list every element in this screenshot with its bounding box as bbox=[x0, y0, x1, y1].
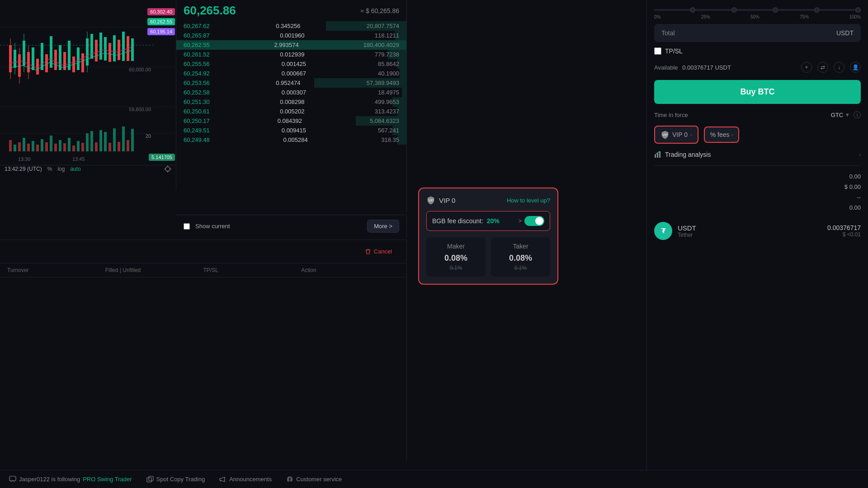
svg-rect-48 bbox=[23, 138, 25, 151]
table-row[interactable]: 60,253.56 0.952474 57,389.9493 bbox=[176, 78, 406, 88]
svg-rect-69 bbox=[118, 142, 120, 151]
available-icons: + ⇄ ↓ 👤 bbox=[801, 62, 861, 73]
svg-rect-64 bbox=[95, 142, 98, 151]
wallet-info: USDT Tether bbox=[678, 224, 827, 238]
svg-rect-85 bbox=[147, 478, 151, 482]
svg-rect-49 bbox=[27, 144, 30, 151]
table-row[interactable]: 60,254.92 0.000667 40.1900 bbox=[176, 69, 406, 78]
vip-popup-shield-icon: VIP bbox=[426, 196, 435, 205]
download-icon[interactable]: ↓ bbox=[834, 62, 844, 73]
table-row[interactable]: 60,249.48 0.005284 318.35 bbox=[176, 135, 406, 145]
table-row[interactable]: 60,251.30 0.008298 499.9653 bbox=[176, 97, 406, 107]
svg-rect-82 bbox=[659, 151, 660, 158]
customer-service-item[interactable]: Customer service bbox=[286, 476, 342, 483]
pro-trader-link[interactable]: PRO Swing Trader bbox=[83, 476, 132, 483]
taker-original: 0.1% bbox=[496, 265, 545, 271]
transfer-icon[interactable]: ⇄ bbox=[817, 62, 828, 73]
maker-original: 0.1% bbox=[432, 265, 480, 271]
plus-icon[interactable]: + bbox=[801, 62, 812, 73]
percent-control[interactable]: % bbox=[47, 166, 52, 172]
level-up-link[interactable]: How to level up? bbox=[507, 197, 550, 204]
progress-dot-25[interactable] bbox=[731, 7, 737, 13]
svg-rect-68 bbox=[113, 128, 116, 151]
bgb-toggle[interactable] bbox=[524, 216, 544, 226]
table-row[interactable]: 60,255.56 0.001425 85.8642 bbox=[176, 59, 406, 69]
svg-rect-56 bbox=[59, 140, 61, 151]
svg-rect-5 bbox=[9, 45, 12, 72]
vip-badge[interactable]: VIP VIP 0 › bbox=[654, 126, 698, 144]
table-row[interactable]: 60,249.51 0.009415 567.241 bbox=[176, 126, 406, 135]
progress-label-100: 100% bbox=[849, 14, 861, 19]
table-row[interactable]: 60,250.17 0.084392 5,084.6323 bbox=[176, 116, 406, 126]
more-button[interactable]: More > bbox=[367, 220, 399, 233]
vip-row: VIP VIP 0 › % fees › bbox=[654, 126, 861, 144]
show-current-checkbox[interactable] bbox=[184, 223, 190, 230]
svg-rect-44 bbox=[131, 38, 134, 61]
table-row[interactable]: 60,265.87 0.001960 118.1211 bbox=[176, 31, 406, 40]
svg-rect-62 bbox=[86, 133, 89, 151]
trash-icon bbox=[365, 249, 371, 255]
svg-rect-8 bbox=[14, 50, 16, 68]
show-current-label: Show current bbox=[195, 223, 230, 230]
buy-btc-button[interactable]: Buy BTC bbox=[654, 80, 861, 104]
trading-analysis-row[interactable]: Trading analysis › bbox=[654, 151, 861, 158]
log-control[interactable]: log bbox=[57, 166, 65, 172]
chat-icon bbox=[9, 476, 16, 483]
wallet-usd: $ <0.01 bbox=[827, 231, 861, 238]
chat-item[interactable]: Jasper0122 is following PRO Swing Trader bbox=[9, 476, 132, 483]
available-row: Available 0.00376717 USDT + ⇄ ↓ 👤 bbox=[654, 62, 861, 73]
svg-rect-35 bbox=[90, 34, 93, 59]
wallet-item[interactable]: ₮ USDT Tether 0.00376717 $ <0.01 bbox=[654, 216, 861, 245]
svg-rect-55 bbox=[54, 144, 57, 151]
svg-rect-60 bbox=[77, 141, 80, 151]
tpsl-checkbox[interactable] bbox=[654, 47, 661, 55]
table-row[interactable]: 60,250.61 0.005202 313.4237 bbox=[176, 107, 406, 116]
table-row[interactable]: 60,252.58 0.000307 18.4975 bbox=[176, 88, 406, 97]
svg-rect-61 bbox=[81, 143, 84, 151]
col-filled: Filled | Unfilled bbox=[105, 267, 203, 273]
svg-rect-39 bbox=[108, 43, 111, 62]
copy-trading-item[interactable]: Spot Copy Trading bbox=[146, 476, 205, 483]
tif-info-icon[interactable]: i bbox=[854, 111, 861, 118]
announcements-icon bbox=[219, 476, 226, 483]
svg-rect-86 bbox=[149, 476, 153, 481]
svg-rect-72 bbox=[131, 129, 134, 151]
available-label: Available 0.00376717 USDT bbox=[654, 64, 731, 71]
col-turnover: Turnover bbox=[7, 267, 105, 273]
col-tpsl: TP/SL bbox=[203, 267, 302, 273]
percent-fees-label: % fees bbox=[710, 131, 730, 138]
bgb-discount-row: BGB fee discount: 20% > bbox=[426, 211, 550, 231]
available-value: 0.00376717 USDT bbox=[682, 64, 731, 71]
table-row[interactable]: 60,261.52 0.012939 779.7238 bbox=[176, 50, 406, 59]
time-right: 13:45 bbox=[72, 156, 85, 162]
svg-rect-52 bbox=[41, 139, 43, 151]
user-icon[interactable]: 👤 bbox=[850, 62, 861, 73]
maker-col: Maker 0.08% 0.1% bbox=[426, 237, 486, 277]
progress-dot-100[interactable] bbox=[855, 7, 861, 13]
tif-value[interactable]: GTC ▼ bbox=[831, 112, 850, 118]
wallet-subname: Tether bbox=[678, 232, 827, 238]
progress-dot-75[interactable] bbox=[814, 7, 820, 13]
announcements-item[interactable]: Announcements bbox=[219, 476, 272, 483]
total-currency: USDT bbox=[836, 29, 854, 37]
maker-label: Maker bbox=[432, 243, 480, 250]
bgb-toggle-container: > bbox=[519, 216, 544, 226]
y-label-60000: 60,000.00 bbox=[129, 67, 151, 72]
bgb-arrow[interactable]: > bbox=[519, 218, 522, 224]
tif-row: Time in force GTC ▼ i bbox=[654, 111, 861, 118]
current-price-badge: 5.141705 bbox=[149, 154, 175, 161]
table-row[interactable]: 60,267.62 0.345256 20,807.7574 bbox=[176, 21, 406, 31]
auto-control[interactable]: auto bbox=[70, 166, 80, 172]
progress-dot-50[interactable] bbox=[773, 7, 778, 13]
svg-rect-53 bbox=[45, 142, 48, 151]
progress-dot-0[interactable] bbox=[690, 7, 695, 13]
fees-button[interactable]: % fees › bbox=[704, 127, 739, 143]
svg-rect-36 bbox=[95, 40, 98, 61]
table-row[interactable]: 60,262.55 2.993574 180,400.4029 bbox=[176, 40, 406, 50]
svg-rect-42 bbox=[122, 32, 125, 61]
taker-fee: 0.08% bbox=[496, 253, 545, 263]
crosshair-icon[interactable] bbox=[164, 165, 171, 173]
svg-rect-40 bbox=[113, 35, 116, 61]
cancel-all-button[interactable]: Cancel bbox=[358, 244, 399, 258]
ob-main-price: 60,265.86 bbox=[184, 4, 236, 18]
